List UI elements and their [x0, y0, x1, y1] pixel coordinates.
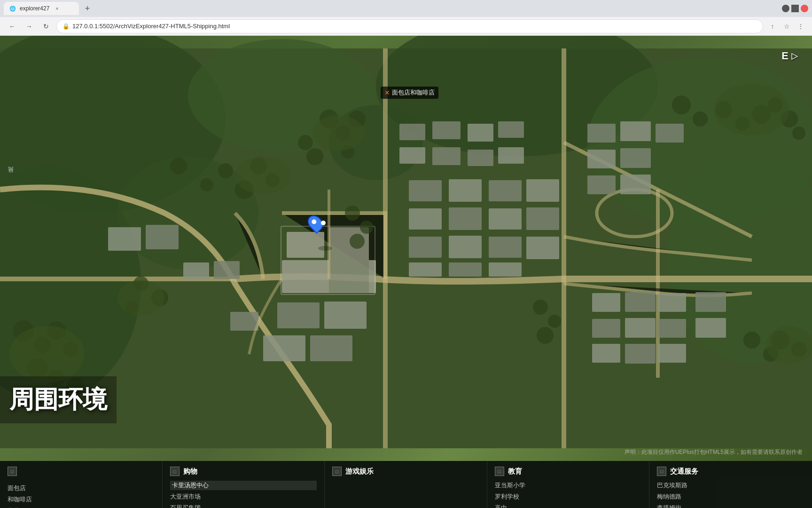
- svg-rect-48: [658, 319, 686, 338]
- minimize-button[interactable]: [782, 5, 789, 12]
- svg-point-5: [0, 166, 141, 401]
- col-shopping-item-0[interactable]: 卡里汤恩中心: [170, 481, 317, 490]
- refresh-button[interactable]: ↻: [39, 20, 53, 33]
- browser-tab[interactable]: 🌐 explorer427 ×: [4, 2, 79, 15]
- share-icon[interactable]: ↑: [767, 21, 778, 32]
- col-education-item-1[interactable]: 罗利学校: [495, 492, 642, 501]
- col-0-item-1[interactable]: 面包店: [8, 484, 155, 493]
- svg-rect-22: [489, 180, 522, 201]
- svg-rect-54: [282, 260, 376, 293]
- col-transport-title: 交通服务: [670, 467, 698, 476]
- col-education-item-2[interactable]: 高中: [495, 503, 642, 508]
- svg-rect-64: [183, 262, 209, 279]
- svg-point-7: [117, 157, 258, 270]
- svg-rect-65: [214, 261, 240, 279]
- svg-point-105: [791, 342, 806, 357]
- col-0-item-0[interactable]: [8, 481, 155, 482]
- svg-rect-19: [498, 147, 524, 164]
- svg-point-4: [587, 58, 812, 227]
- more-options-icon[interactable]: ⋮: [795, 21, 806, 32]
- svg-rect-23: [526, 179, 559, 202]
- svg-rect-32: [409, 262, 442, 277]
- svg-point-70: [200, 178, 213, 191]
- svg-rect-15: [498, 121, 524, 138]
- bottom-panel: □ 面包店 和咖啡店 烧烤 □ 购物 卡里汤恩中心 大亚洲市场 百思买集团 全球…: [0, 461, 812, 508]
- svg-point-76: [298, 135, 313, 150]
- svg-rect-53: [287, 232, 324, 258]
- svg-point-83: [768, 97, 783, 112]
- category-col-0: □ 面包店 和咖啡店 烧烤: [0, 461, 163, 508]
- back-button[interactable]: ←: [6, 20, 19, 33]
- svg-rect-39: [620, 148, 651, 168]
- address-actions: ↑ ☆ ⋮: [767, 21, 806, 32]
- map-area[interactable]: ✕ 面包店和咖啡店 E ▷ 周围环境 日光 声明：此项目仅用作UEPlus打包H…: [0, 36, 812, 461]
- svg-rect-56: [281, 226, 375, 294]
- map-svg: [0, 36, 812, 461]
- svg-rect-57: [277, 302, 320, 328]
- tab-close-button[interactable]: ×: [53, 5, 61, 12]
- svg-point-106: [235, 157, 291, 194]
- svg-point-1: [0, 36, 226, 213]
- svg-rect-62: [108, 227, 141, 251]
- svg-rect-20: [409, 180, 442, 201]
- svg-rect-35: [587, 124, 616, 143]
- svg-rect-61: [230, 312, 258, 331]
- address-bar: ← → ↻ 🔒 127.0.0.1:5502/ArchVizExplorer42…: [0, 17, 812, 36]
- svg-point-68: [235, 180, 254, 199]
- url-bar[interactable]: 🔒 127.0.0.1:5502/ArchVizExplorer427-HTML…: [56, 19, 763, 33]
- svg-point-75: [341, 145, 354, 159]
- category-col-shopping: □ 购物 卡里汤恩中心 大亚洲市场 百思买集团 全球市场: [163, 461, 325, 508]
- location-pin[interactable]: [317, 217, 330, 234]
- forward-button[interactable]: →: [23, 20, 36, 33]
- col-0-item-3[interactable]: 烧烤: [8, 506, 155, 508]
- svg-rect-18: [468, 150, 493, 166]
- svg-rect-30: [489, 237, 522, 258]
- col-shopping-header: □ 购物: [170, 467, 317, 476]
- maximize-button[interactable]: [791, 5, 799, 12]
- svg-point-109: [714, 84, 789, 135]
- poi-bakery[interactable]: ✕ 面包店和咖啡店: [381, 87, 438, 99]
- compass-arrow-icon: ▷: [791, 51, 798, 61]
- compass-indicator: E ▷: [781, 50, 798, 62]
- svg-point-85: [792, 127, 805, 140]
- svg-point-102: [743, 332, 760, 349]
- svg-rect-46: [592, 319, 620, 338]
- window-close-button[interactable]: [801, 5, 808, 12]
- svg-rect-24: [409, 208, 442, 230]
- env-title: 周围环境: [9, 383, 107, 416]
- col-shopping-item-1[interactable]: 大亚洲市场: [170, 492, 317, 501]
- svg-point-110: [766, 326, 812, 364]
- svg-point-81: [735, 117, 750, 131]
- svg-point-69: [218, 163, 233, 178]
- col-education-item-0[interactable]: 亚当斯小学: [495, 481, 642, 490]
- svg-rect-38: [587, 150, 616, 168]
- col-transport-item-0[interactable]: 巴克埃斯路: [657, 481, 804, 490]
- col-shopping-icon: □: [170, 467, 180, 476]
- col-transport-header: □ 交通服务: [657, 467, 804, 476]
- col-education-icon: □: [495, 467, 504, 476]
- svg-rect-40: [587, 175, 616, 194]
- category-col-education: □ 教育 亚当斯小学 罗利学校 高中: [487, 461, 650, 508]
- svg-rect-55: [329, 227, 369, 293]
- svg-rect-42: [592, 293, 620, 312]
- svg-point-101: [537, 327, 554, 344]
- svg-rect-14: [468, 124, 493, 142]
- poi-bakery-label: 面包店和咖啡店: [392, 88, 435, 97]
- svg-point-96: [345, 206, 360, 221]
- bookmark-icon[interactable]: ☆: [781, 21, 792, 32]
- svg-point-99: [533, 300, 548, 315]
- svg-point-71: [170, 158, 187, 175]
- svg-point-107: [312, 115, 364, 151]
- svg-rect-59: [263, 335, 305, 361]
- new-tab-button[interactable]: +: [81, 2, 94, 15]
- svg-point-90: [27, 358, 48, 379]
- aerial-map-bg: ✕ 面包店和咖啡店 E ▷ 周围环境 日光 声明：此项目仅用作UEPlus打包H…: [0, 36, 812, 461]
- col-0-item-2[interactable]: 和咖啡店: [8, 495, 155, 504]
- svg-rect-44: [658, 293, 686, 312]
- svg-rect-43: [625, 292, 656, 312]
- compass-direction: E: [781, 50, 789, 62]
- col-transport-item-2[interactable]: 查塔姆街: [657, 503, 804, 508]
- col-transport-item-1[interactable]: 梅纳德路: [657, 492, 804, 501]
- col-shopping-item-2[interactable]: 百思买集团: [170, 503, 317, 508]
- svg-point-6: [667, 157, 812, 364]
